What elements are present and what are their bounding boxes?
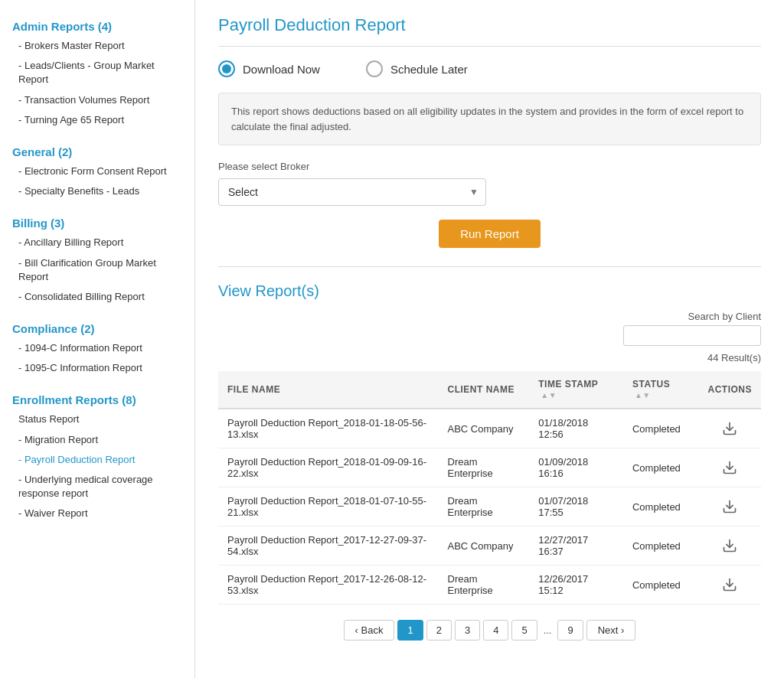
- schedule-later-radio[interactable]: [366, 60, 383, 77]
- sidebar-item-3-1[interactable]: - 1095-C Information Report: [0, 358, 194, 378]
- cell-actions: [698, 409, 761, 448]
- col-client-name: CLIENT NAME: [439, 371, 530, 409]
- sidebar-item-3-0[interactable]: - 1094-C Information Report: [0, 338, 194, 358]
- cell-time-stamp: 12/27/2017 16:37: [529, 526, 623, 566]
- sidebar-group-title-4[interactable]: Enrollment Reports (8): [0, 386, 194, 409]
- sidebar-item-4-4[interactable]: - Waiver Report: [0, 504, 194, 523]
- col-status: STATUS ▲▼: [623, 371, 699, 409]
- info-box: This report shows deductions based on al…: [218, 93, 761, 145]
- table-body: Payroll Deduction Report_2018-01-18-05-5…: [218, 409, 761, 605]
- page-5-button[interactable]: 5: [511, 620, 537, 641]
- cell-time-stamp: 01/18/2018 12:56: [529, 409, 623, 448]
- table-header-row: FILE NAME CLIENT NAME TIME STAMP ▲▼ STAT…: [218, 371, 761, 409]
- table-header: FILE NAME CLIENT NAME TIME STAMP ▲▼ STAT…: [218, 371, 761, 409]
- sort-icon-timestamp[interactable]: ▲▼: [541, 391, 557, 399]
- sidebar-item-4-0[interactable]: Status Report: [0, 409, 194, 429]
- col-file-name: FILE NAME: [218, 371, 439, 409]
- broker-select[interactable]: Select: [218, 178, 486, 206]
- sidebar-item-1-0[interactable]: - Electronic Form Consent Report: [0, 161, 194, 181]
- sidebar-item-0-1[interactable]: - Leads/Clients - Group Market Report: [0, 56, 194, 90]
- radio-row: Download Now Schedule Later: [218, 60, 761, 77]
- sidebar-item-0-0[interactable]: - Brokers Master Report: [0, 36, 194, 56]
- download-button[interactable]: [707, 460, 752, 475]
- sidebar-item-2-0[interactable]: - Ancillary Billing Report: [0, 233, 194, 253]
- sidebar-item-0-2[interactable]: - Transaction Volumes Report: [0, 90, 194, 110]
- sidebar-item-4-3[interactable]: - Underlying medical coverage response r…: [0, 470, 194, 504]
- pagination: ‹ Back 1 2 3 4 5 ... 9 Next ›: [218, 620, 761, 648]
- download-button[interactable]: [707, 577, 752, 592]
- next-button[interactable]: Next ›: [586, 620, 636, 641]
- download-button[interactable]: [707, 499, 752, 514]
- download-button[interactable]: [707, 421, 752, 436]
- sidebar-group-title-0[interactable]: Admin Reports (4): [0, 12, 194, 36]
- col-time-stamp: TIME STAMP ▲▼: [529, 371, 623, 409]
- cell-status: Completed: [623, 487, 699, 526]
- sidebar-group-title-1[interactable]: General (2): [0, 138, 194, 161]
- top-divider: [218, 46, 761, 47]
- schedule-later-label: Schedule Later: [390, 63, 468, 76]
- page-title: Payroll Deduction Report: [218, 15, 761, 35]
- broker-field-label: Please select Broker: [218, 161, 761, 172]
- cell-status: Completed: [623, 526, 699, 566]
- cell-time-stamp: 01/09/2018 16:16: [529, 448, 623, 487]
- sort-icon-status[interactable]: ▲▼: [635, 391, 651, 399]
- sidebar-item-1-1[interactable]: - Specialty Benefits - Leads: [0, 181, 194, 201]
- cell-file-name: Payroll Deduction Report_2017-12-26-08-1…: [218, 566, 439, 605]
- back-button[interactable]: ‹ Back: [344, 620, 395, 641]
- cell-status: Completed: [623, 566, 699, 605]
- sidebar: Admin Reports (4)- Brokers Master Report…: [0, 0, 195, 678]
- page-2-button[interactable]: 2: [426, 620, 452, 641]
- main-content: Payroll Deduction Report Download Now Sc…: [195, 0, 784, 678]
- table-row: Payroll Deduction Report_2018-01-07-10-5…: [218, 487, 761, 526]
- sidebar-group-title-2[interactable]: Billing (3): [0, 209, 194, 233]
- download-now-label: Download Now: [243, 63, 320, 76]
- sidebar-group-title-3[interactable]: Compliance (2): [0, 315, 194, 338]
- broker-select-wrapper: Select ▼: [218, 178, 486, 206]
- cell-time-stamp: 12/26/2017 15:12: [529, 566, 623, 605]
- sidebar-item-2-2[interactable]: - Consolidated Billing Report: [0, 287, 194, 307]
- table-row: Payroll Deduction Report_2018-01-18-05-5…: [218, 409, 761, 448]
- sidebar-item-4-2[interactable]: - Payroll Deduction Report: [0, 450, 194, 470]
- table-row: Payroll Deduction Report_2017-12-26-08-1…: [218, 566, 761, 605]
- sidebar-item-2-1[interactable]: - Bill Clarification Group Market Report: [0, 253, 194, 287]
- cell-file-name: Payroll Deduction Report_2018-01-09-09-1…: [218, 448, 439, 487]
- page-1-button[interactable]: 1: [397, 620, 423, 641]
- cell-actions: [698, 448, 761, 487]
- cell-status: Completed: [623, 409, 699, 448]
- cell-client-name: Dream Enterprise: [439, 448, 530, 487]
- cell-file-name: Payroll Deduction Report_2018-01-07-10-5…: [218, 487, 439, 526]
- page-3-button[interactable]: 3: [455, 620, 480, 641]
- section-divider: [218, 266, 761, 267]
- cell-actions: [698, 526, 761, 566]
- search-row: Search by Client: [218, 311, 761, 346]
- page-4-button[interactable]: 4: [483, 620, 508, 641]
- results-count: 44 Result(s): [218, 352, 761, 363]
- cell-status: Completed: [623, 448, 699, 487]
- schedule-later-option[interactable]: Schedule Later: [366, 60, 468, 77]
- cell-client-name: Dream Enterprise: [439, 566, 530, 605]
- download-now-radio[interactable]: [218, 60, 235, 77]
- cell-client-name: Dream Enterprise: [439, 487, 530, 526]
- search-input[interactable]: [623, 325, 761, 346]
- cell-client-name: ABC Company: [439, 409, 530, 448]
- download-now-option[interactable]: Download Now: [218, 60, 320, 77]
- col-actions: ACTIONS: [698, 371, 761, 409]
- view-reports-title: View Report(s): [218, 282, 761, 300]
- page-ellipsis: ...: [541, 621, 555, 640]
- search-label: Search by Client: [688, 311, 761, 322]
- cell-actions: [698, 566, 761, 605]
- table-row: Payroll Deduction Report_2017-12-27-09-3…: [218, 526, 761, 566]
- cell-actions: [698, 487, 761, 526]
- cell-time-stamp: 01/07/2018 17:55: [529, 487, 623, 526]
- page-9-button[interactable]: 9: [557, 620, 583, 641]
- run-report-button[interactable]: Run Report: [439, 220, 541, 248]
- download-button[interactable]: [707, 538, 752, 553]
- report-table: FILE NAME CLIENT NAME TIME STAMP ▲▼ STAT…: [218, 371, 761, 605]
- sidebar-item-4-1[interactable]: - Migration Report: [0, 430, 194, 450]
- cell-file-name: Payroll Deduction Report_2018-01-18-05-5…: [218, 409, 439, 448]
- cell-client-name: ABC Company: [439, 526, 530, 566]
- sidebar-item-0-3[interactable]: - Turning Age 65 Report: [0, 110, 194, 130]
- cell-file-name: Payroll Deduction Report_2017-12-27-09-3…: [218, 526, 439, 566]
- table-row: Payroll Deduction Report_2018-01-09-09-1…: [218, 448, 761, 487]
